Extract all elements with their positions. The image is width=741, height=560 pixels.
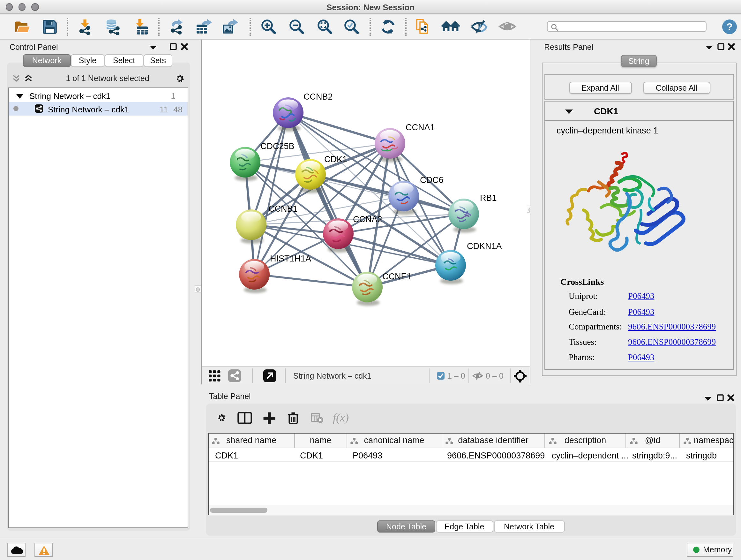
svg-text:?: ? <box>726 21 733 32</box>
svg-text:HIST1H1A: HIST1H1A <box>270 254 311 263</box>
svg-text:CCNB1: CCNB1 <box>268 204 298 213</box>
svg-text:CDKN1A: CDKN1A <box>467 241 502 251</box>
svg-text:CDC25B: CDC25B <box>260 141 294 151</box>
svg-text:RB1: RB1 <box>480 193 497 203</box>
svg-text:CCNE1: CCNE1 <box>382 272 412 281</box>
svg-text:CCNA2: CCNA2 <box>353 214 382 224</box>
svg-text:CCNB2: CCNB2 <box>304 92 333 102</box>
svg-text:CCNA1: CCNA1 <box>406 123 435 132</box>
svg-text:CDC6: CDC6 <box>420 175 444 185</box>
svg-text:CDK1: CDK1 <box>324 154 347 164</box>
